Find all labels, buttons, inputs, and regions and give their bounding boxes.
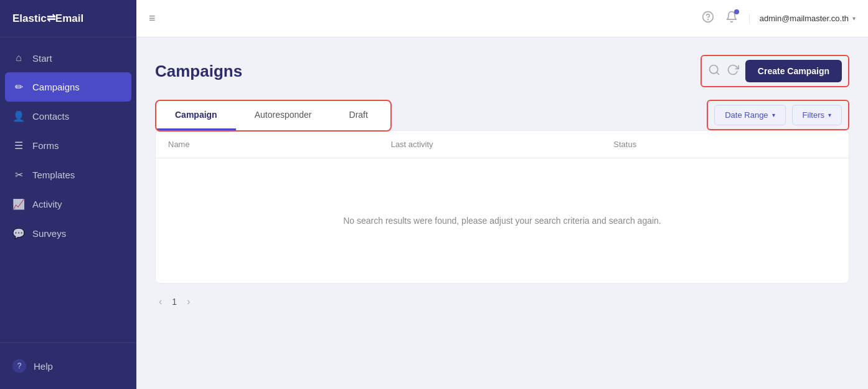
col-status: Status [613, 140, 836, 149]
home-icon: ⌂ [12, 52, 25, 64]
templates-icon: ✂ [12, 169, 25, 181]
sidebar-item-contacts[interactable]: 👤 Contacts [0, 102, 136, 131]
pagination: ‹ 1 › [155, 284, 849, 312]
campaigns-table: Name Last activity Status No search resu… [155, 130, 849, 284]
create-campaign-button[interactable]: Create Campaign [745, 60, 842, 82]
sidebar-label-templates: Templates [32, 170, 75, 180]
sidebar-item-templates[interactable]: ✂ Templates [0, 160, 136, 190]
topbar-left: ≡ [149, 12, 156, 25]
tab-draft[interactable]: Draft [331, 101, 387, 130]
svg-point-1 [707, 19, 708, 20]
topbar: ≡ admin@mailmaster.co.th ▾ [136, 0, 868, 37]
filters-button[interactable]: Filters ▾ [792, 105, 842, 125]
header-actions: Create Campaign [701, 55, 849, 87]
col-name: Name [168, 140, 391, 149]
sidebar-item-forms[interactable]: ☰ Forms [0, 131, 136, 160]
sidebar-nav: ⌂ Start ✏ Campaigns 👤 Contacts ☰ Forms ✂… [0, 37, 136, 342]
sidebar-logo: Elastic⇌Email [0, 0, 136, 37]
refresh-icon[interactable] [727, 64, 739, 79]
logo-text: Elastic⇌Email [12, 12, 83, 25]
tab-autoresponder[interactable]: Autoresponder [236, 101, 331, 130]
sidebar-item-start[interactable]: ⌂ Start [0, 44, 136, 72]
filters-label: Filters [803, 110, 824, 120]
sidebar-item-surveys[interactable]: 💬 Surveys [0, 219, 136, 248]
activity-icon: 📈 [12, 198, 25, 210]
help-item[interactable]: ? Help [12, 353, 124, 379]
filters-chevron-icon: ▾ [828, 112, 831, 118]
empty-message: No search results were found, please adj… [343, 216, 661, 226]
surveys-icon: 💬 [12, 228, 25, 239]
filters-container: Date Range ▾ Filters ▾ [707, 100, 849, 130]
date-range-label: Date Range [725, 110, 768, 120]
col-last-activity: Last activity [391, 140, 614, 149]
sidebar-label-forms: Forms [32, 140, 59, 151]
sidebar-label-contacts: Contacts [32, 111, 69, 122]
user-email: admin@mailmaster.co.th [760, 14, 849, 23]
sidebar: Elastic⇌Email ⌂ Start ✏ Campaigns 👤 Cont… [0, 0, 136, 389]
sidebar-label-help: Help [34, 361, 53, 372]
forms-icon: ☰ [12, 140, 25, 151]
user-account[interactable]: admin@mailmaster.co.th ▾ [749, 14, 856, 23]
sidebar-footer[interactable]: ? Help [0, 342, 136, 389]
current-page: 1 [172, 297, 177, 307]
tabs-container: Campaign Autoresponder Draft [155, 100, 392, 132]
empty-state: No search results were found, please adj… [156, 158, 849, 283]
main-content: ≡ admin@mailmaster.co.th ▾ mail m [136, 0, 868, 389]
date-range-chevron-icon: ▾ [772, 112, 775, 118]
sidebar-label-campaigns: Campaigns [32, 82, 80, 92]
topbar-right: admin@mailmaster.co.th ▾ [702, 11, 856, 26]
page-header: Campaigns Create Campaign [155, 55, 849, 87]
search-icon[interactable] [708, 64, 720, 79]
menu-icon[interactable]: ≡ [149, 12, 156, 25]
sidebar-item-activity[interactable]: 📈 Activity [0, 190, 136, 219]
next-page-button[interactable]: › [183, 294, 194, 310]
user-chevron-icon: ▾ [852, 15, 856, 22]
page-title: Campaigns [155, 62, 242, 81]
tab-campaign[interactable]: Campaign [156, 101, 236, 130]
table-header: Name Last activity Status [156, 131, 849, 158]
sidebar-label-activity: Activity [32, 199, 62, 209]
contacts-icon: 👤 [12, 110, 25, 122]
sidebar-item-campaigns[interactable]: ✏ Campaigns [5, 72, 131, 102]
date-range-button[interactable]: Date Range ▾ [714, 105, 785, 125]
notification-dot [734, 9, 739, 14]
svg-line-8 [717, 72, 719, 74]
prev-page-button[interactable]: ‹ [155, 294, 166, 310]
sidebar-label-surveys: Surveys [32, 228, 66, 239]
tabs-filters-row: Campaign Autoresponder Draft Date Range … [155, 100, 849, 132]
campaigns-icon: ✏ [12, 81, 25, 93]
sidebar-label-start: Start [32, 53, 52, 64]
help-icon[interactable] [702, 11, 714, 26]
content-area: mail master mail master mail master mail… [136, 37, 868, 389]
notification-bell-icon[interactable] [725, 11, 738, 26]
help-icon: ? [12, 359, 26, 373]
